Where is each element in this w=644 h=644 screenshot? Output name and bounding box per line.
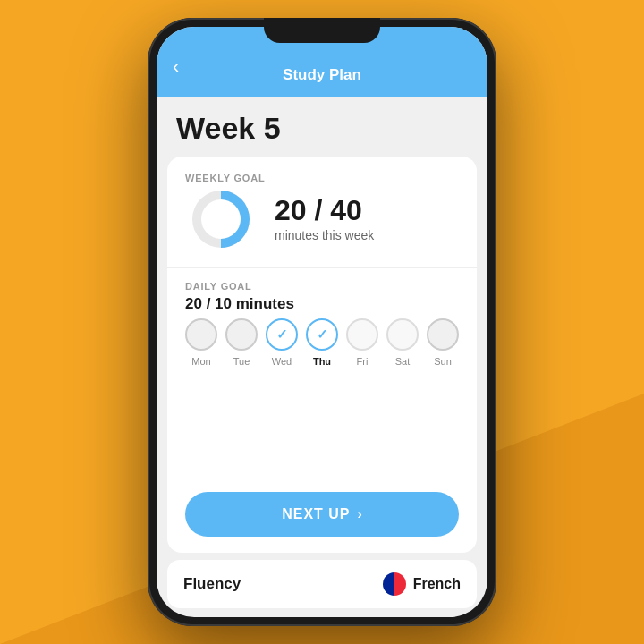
day-item-fri: Fri [346,318,378,367]
next-up-button[interactable]: NEXT UP › [185,492,459,537]
week-title: Week 5 [176,111,468,146]
french-flag-icon [383,572,406,596]
day-item-thu: ✓ Thu [306,318,338,367]
day-circle-tue [225,318,258,351]
back-button[interactable]: ‹ [173,55,179,79]
weekly-goal-label: WEEKLY GOAL [185,173,459,183]
daily-goal-label: DAILY GOAL [185,281,459,292]
day-label-sun: Sun [434,356,452,367]
section-divider [167,267,477,268]
day-circle-sun [427,318,459,351]
week-title-bar: Week 5 [157,97,487,157]
days-row: Mon Tue ✓ Wed ✓ [185,318,459,367]
main-card: WEEKLY GOAL 20 / 40 [167,157,477,553]
day-label-thu: Thu [313,356,331,367]
fluency-label: Fluency [183,575,241,593]
day-item-wed: ✓ Wed [266,318,298,367]
phone-screen: ‹ Study Plan Week 5 WEEKLY GOAL [157,27,487,617]
day-item-sun: Sun [427,318,459,367]
weekly-goal-text: 20 / 40 minutes this week [275,196,374,242]
day-circle-wed: ✓ [266,318,298,351]
day-label-mon: Mon [191,356,210,367]
next-up-arrow-icon: › [358,506,362,522]
flag-red [394,572,406,596]
day-label-wed: Wed [272,356,292,367]
day-circle-mon [185,318,217,351]
svg-point-1 [201,199,241,239]
header-title: Study Plan [283,66,361,84]
goal-sub-label: minutes this week [275,228,374,242]
bottom-bar: Fluency French [167,560,477,608]
goal-numbers: 20 / 40 [275,196,374,225]
day-label-tue: Tue [233,356,250,367]
day-label-fri: Fri [357,356,369,367]
day-circle-sat [386,318,419,351]
phone-notch [264,18,380,43]
day-item-mon: Mon [185,318,217,367]
flag-blue [383,572,394,596]
next-up-label: NEXT UP [282,506,350,522]
language-label: French [413,576,461,592]
daily-goal-section: DAILY GOAL 20 / 10 minutes Mon Tue ✓ [185,281,459,367]
weekly-goal-row: 20 / 40 minutes this week [185,183,459,255]
weekly-goal-section: WEEKLY GOAL 20 / 40 [185,173,459,255]
language-badge[interactable]: French [383,572,461,596]
day-label-sat: Sat [395,356,411,367]
weekly-progress-chart [185,183,257,255]
phone-frame: ‹ Study Plan Week 5 WEEKLY GOAL [148,18,496,626]
day-circle-fri [346,318,378,351]
checkmark-wed: ✓ [276,326,288,343]
day-item-tue: Tue [225,318,258,367]
day-circle-thu: ✓ [306,318,338,351]
daily-goal-value: 20 / 10 minutes [185,295,459,313]
day-item-sat: Sat [386,318,419,367]
checkmark-thu: ✓ [317,326,328,343]
